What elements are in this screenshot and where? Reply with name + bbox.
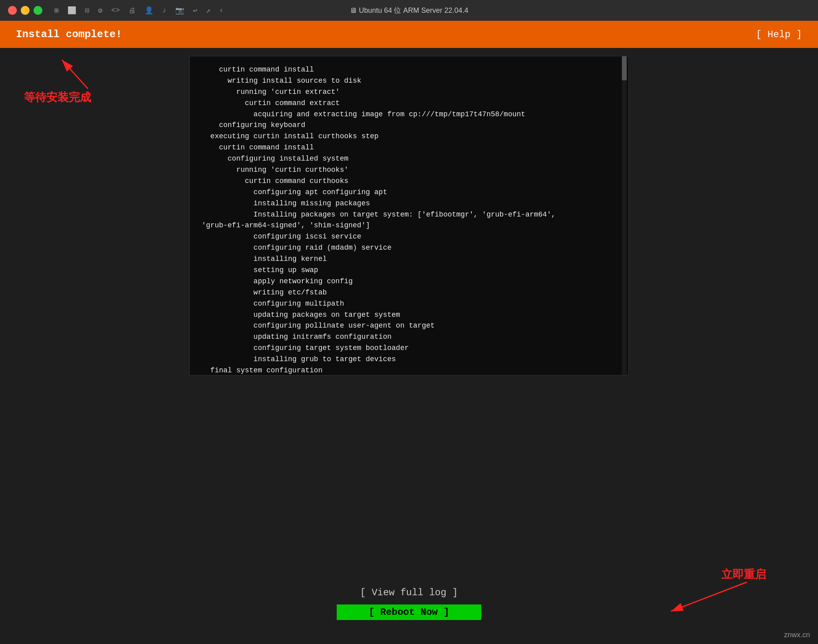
sidebar-toggle-icon[interactable]: ⊞	[54, 6, 59, 15]
reboot-now-button[interactable]: [ Reboot Now ]	[337, 604, 481, 620]
close-button[interactable]	[8, 6, 17, 15]
scrollbar[interactable]	[622, 56, 627, 375]
user-icon[interactable]: 👤	[145, 6, 153, 15]
nav-icon[interactable]: ‹	[219, 6, 224, 14]
forward-icon[interactable]: ↗	[206, 6, 210, 15]
traffic-lights	[8, 6, 42, 15]
log-box[interactable]: curtin command install writing install s…	[189, 56, 629, 376]
title-bar: ⊞ ⬜ ⊡ ⚙ <> 🖨 👤 ♪ 📷 ↩ ↗ ‹ 🖥 Ubuntu 64 位 A…	[0, 0, 818, 21]
screenshot-icon[interactable]: ⊡	[85, 6, 89, 15]
minimize-button[interactable]	[21, 6, 30, 15]
audio-icon[interactable]: ♪	[162, 6, 167, 14]
scrollbar-thumb[interactable]	[622, 56, 627, 80]
bottom-area: [ View full log ] [ Reboot Now ]	[0, 586, 818, 620]
toolbar-icons: ⊞ ⬜ ⊡ ⚙ <> 🖨 👤 ♪ 📷 ↩ ↗ ‹	[54, 6, 223, 15]
settings-icon[interactable]: ⚙	[98, 6, 103, 15]
reboot-annotation-label: 立即重启	[721, 567, 766, 582]
view-full-log-button[interactable]: [ View full log ]	[354, 586, 465, 600]
main-content: curtin command install writing install s…	[0, 48, 818, 384]
window-icon[interactable]: ⬜	[68, 6, 76, 15]
maximize-button[interactable]	[34, 6, 42, 15]
camera-icon[interactable]: 📷	[175, 6, 184, 15]
code-icon[interactable]: <>	[111, 6, 120, 14]
print-icon[interactable]: 🖨	[129, 6, 136, 15]
log-content: curtin command install writing install s…	[202, 64, 620, 376]
help-button[interactable]: [ Help ]	[756, 29, 802, 40]
install-complete-title: Install complete!	[16, 28, 122, 40]
window-title: 🖥 Ubuntu 64 位 ARM Server 22.04.4	[349, 6, 468, 15]
watermark: znwx.cn	[784, 631, 810, 639]
back-icon[interactable]: ↩	[193, 6, 197, 15]
install-header: Install complete! [ Help ]	[0, 21, 818, 48]
